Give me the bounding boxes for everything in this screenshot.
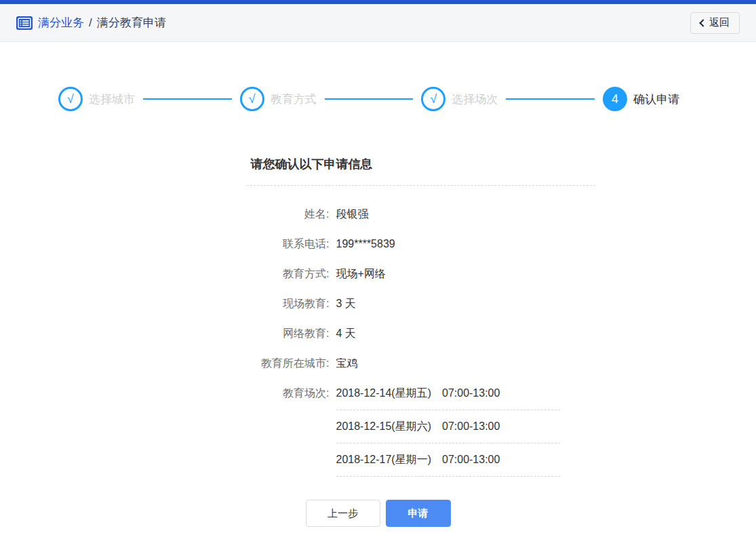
breadcrumb-section-link[interactable]: 满分业务 — [38, 15, 84, 31]
step-done-check-icon: √ — [58, 87, 83, 111]
breadcrumb: 满分业务 / 满分教育申请 — [16, 15, 166, 31]
session-time: 07:00-13:00 — [442, 384, 500, 403]
field-label: 姓名: — [247, 205, 330, 224]
field-value: 段银强 — [336, 205, 369, 224]
chevron-left-icon — [699, 19, 707, 26]
confirmation-title: 请您确认以下申请信息 — [247, 156, 595, 186]
step-label: 选择城市 — [89, 92, 135, 107]
field-label: 教育所在城市: — [247, 354, 330, 373]
session-time: 07:00-13:00 — [442, 417, 500, 436]
apply-button[interactable]: 申请 — [386, 500, 451, 527]
session-time: 07:00-13:00 — [442, 450, 500, 469]
session-date: 2018-12-15(星期六) — [336, 417, 432, 436]
step-connector — [143, 98, 232, 100]
step-select-session: √ 选择场次 — [421, 87, 498, 111]
step-label: 确认申请 — [633, 92, 679, 107]
step-label: 教育方式 — [271, 92, 317, 107]
field-education-mode: 教育方式: 现场+网络 — [247, 264, 595, 283]
step-select-city: √ 选择城市 — [58, 87, 135, 111]
step-number-badge: 4 — [603, 87, 627, 111]
back-button-label: 返回 — [709, 16, 730, 29]
field-name: 姓名: 段银强 — [247, 205, 595, 224]
step-done-check-icon: √ — [421, 87, 445, 111]
breadcrumb-current-page: 满分教育申请 — [97, 15, 166, 31]
field-label: 联系电话: — [247, 235, 330, 254]
field-label: 教育场次: — [247, 384, 330, 403]
breadcrumb-separator: / — [89, 16, 92, 30]
field-label: 网络教育: — [247, 324, 330, 343]
field-label: 现场教育: — [247, 294, 330, 313]
session-date: 2018-12-17(星期一) — [336, 450, 432, 469]
field-online-days: 网络教育: 4 天 — [247, 324, 595, 343]
field-phone: 联系电话: 199****5839 — [247, 235, 595, 254]
step-education-mode: √ 教育方式 — [240, 87, 317, 111]
confirmation-fields: 姓名: 段银强 联系电话: 199****5839 教育方式: 现场+网络 现场… — [247, 205, 595, 483]
step-confirm-application: 4 确认申请 — [603, 87, 679, 111]
step-connector — [325, 98, 414, 100]
back-button[interactable]: 返回 — [690, 12, 740, 34]
step-label: 选择场次 — [452, 92, 498, 107]
step-progress-bar: √ 选择城市 √ 教育方式 √ 选择场次 4 确认申请 — [0, 87, 756, 111]
session-row: 2018-12-14(星期五) 07:00-13:00 — [336, 384, 560, 410]
field-value: 3 天 — [336, 294, 356, 313]
list-icon — [16, 16, 33, 30]
step-connector — [506, 98, 595, 100]
field-value: 4 天 — [336, 324, 356, 343]
field-value: 现场+网络 — [336, 264, 386, 283]
step-done-check-icon: √ — [240, 87, 264, 111]
session-row: 2018-12-17(星期一) 07:00-13:00 — [336, 450, 560, 477]
session-date: 2018-12-14(星期五) — [336, 384, 432, 403]
field-education-city: 教育所在城市: 宝鸡 — [247, 354, 595, 373]
previous-step-button[interactable]: 上一步 — [306, 500, 380, 527]
field-value: 199****5839 — [336, 235, 395, 254]
field-onsite-days: 现场教育: 3 天 — [247, 294, 595, 313]
header: 满分业务 / 满分教育申请 返回 — [0, 4, 756, 42]
session-list: 2018-12-14(星期五) 07:00-13:00 2018-12-15(星… — [336, 384, 595, 483]
field-label: 教育方式: — [247, 264, 330, 283]
confirmation-panel: 请您确认以下申请信息 姓名: 段银强 联系电话: 199****5839 教育方… — [247, 156, 595, 483]
field-education-sessions: 教育场次: 2018-12-14(星期五) 07:00-13:00 2018-1… — [247, 384, 595, 483]
action-buttons: 上一步 申请 — [0, 500, 756, 527]
session-row: 2018-12-15(星期六) 07:00-13:00 — [336, 417, 560, 443]
field-value: 宝鸡 — [336, 354, 358, 373]
